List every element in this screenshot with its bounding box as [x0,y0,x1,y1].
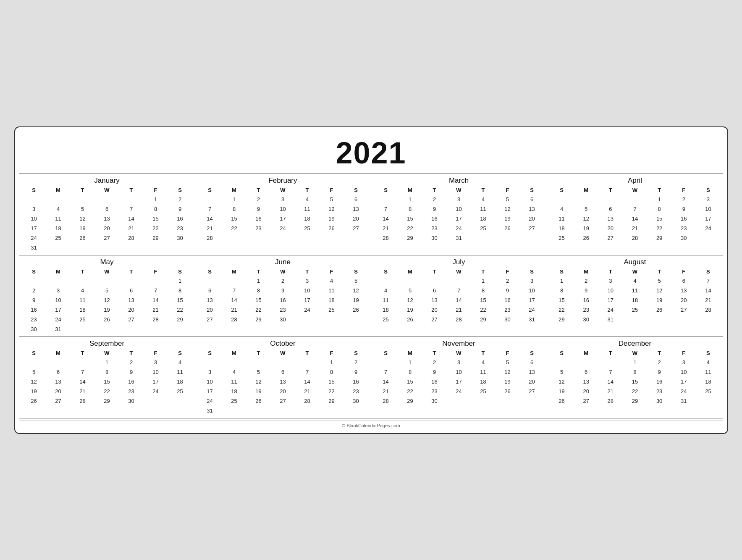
day-cell: 3 [144,358,168,367]
month-cell-march: MarchSMTWTFS1234567891011121314151617181… [371,174,547,255]
day-cell: 15 [95,377,119,386]
month-cell-january: JanuarySMTWTFS12345678910111213141516171… [19,174,195,255]
day-cell: 7 [119,204,144,214]
day-cell: 7 [295,367,320,377]
day-cell: 17 [520,295,544,305]
day-cell: 2 [22,286,46,295]
week-row: 2627282930 [22,396,192,406]
day-cell: 22 [222,223,246,233]
day-cell: 23 [574,305,598,315]
day-cell: 21 [71,386,95,396]
day-cell [647,324,671,334]
day-cell: 8 [623,367,647,377]
day-cell [671,324,696,334]
day-cell: 15 [168,295,192,305]
week-row: 78910111213 [198,204,368,214]
day-cell: 18 [71,305,95,315]
day-cell: 14 [696,286,720,295]
day-cell: 1 [471,276,496,286]
week-row: 123456 [374,358,544,367]
day-cell: 20 [598,223,623,233]
day-cell [550,358,574,367]
week-row: 14151617181920 [374,377,544,386]
day-cell: 5 [320,195,344,204]
week-row: 22232425262728 [550,305,721,315]
month-table: SMTWTFS123456789101112131415161718192021… [374,186,544,252]
day-header: T [598,186,623,195]
day-cell: 10 [696,204,720,214]
day-header: M [398,267,422,276]
day-cell: 28 [447,315,471,324]
day-cell: 17 [198,386,222,396]
day-cell [623,406,647,415]
week-row: 16171819202122 [22,305,192,315]
day-cell [320,406,344,415]
day-cell [222,358,246,367]
day-cell: 3 [671,358,696,367]
day-cell [295,243,320,252]
week-row: 45678910 [550,204,721,214]
day-cell: 7 [374,204,398,214]
day-cell [374,243,398,252]
day-cell: 14 [71,377,95,386]
day-cell: 22 [144,223,168,233]
day-cell: 16 [271,295,295,305]
day-cell: 30 [22,324,46,334]
day-header: T [246,349,271,358]
day-cell: 14 [623,214,647,223]
day-cell: 18 [46,223,71,233]
day-header: T [295,186,320,195]
day-cell: 5 [95,286,119,295]
week-row: 23242526272829 [22,315,192,324]
day-cell: 21 [696,295,720,305]
month-cell-december: DecemberSMTWTFS1234567891011121314151617… [547,337,723,418]
day-cell: 6 [574,367,598,377]
week-row: 10111213141516 [198,377,368,386]
day-cell [71,406,95,415]
day-cell: 21 [598,386,623,396]
day-cell [623,243,647,252]
week-row: 9101112131415 [22,295,192,305]
month-table: SMTWTFS123456789101112131415161718192021… [198,186,368,252]
day-cell: 16 [671,214,696,223]
day-cell: 19 [574,223,598,233]
week-row: 6789101112 [198,286,368,295]
day-cell: 11 [320,286,344,295]
day-header: W [447,349,471,358]
week-row: 17181920212223 [22,223,192,233]
day-cell: 12 [550,377,574,386]
week-row: 20212223242526 [198,305,368,315]
day-header: M [46,267,71,276]
month-cell-november: NovemberSMTWTFS1234567891011121314151617… [371,337,547,418]
day-header: T [119,186,144,195]
day-cell [320,315,344,324]
day-header: W [447,267,471,276]
day-cell: 1 [623,358,647,367]
day-cell [598,406,623,415]
week-row: 78910111213 [374,204,544,214]
week-row [198,324,368,334]
day-header: S [22,267,46,276]
day-cell [119,276,144,286]
day-cell [71,243,95,252]
day-cell: 4 [471,358,496,367]
day-cell: 26 [71,233,95,243]
day-cell [198,276,222,286]
day-header: T [295,267,320,276]
day-cell: 24 [198,396,222,406]
week-row: 1234 [550,358,721,367]
day-cell: 21 [295,386,320,396]
day-cell [46,406,71,415]
day-cell: 14 [447,295,471,305]
day-cell: 18 [696,377,720,386]
week-row: 252627282930 [550,233,721,243]
week-row: 1 [22,276,192,286]
day-header: S [520,349,544,358]
day-header: F [496,186,520,195]
day-cell: 13 [119,295,144,305]
day-header: M [222,186,246,195]
day-cell: 25 [696,386,720,396]
day-cell: 25 [550,233,574,243]
day-cell: 26 [95,315,119,324]
day-header: F [671,349,696,358]
